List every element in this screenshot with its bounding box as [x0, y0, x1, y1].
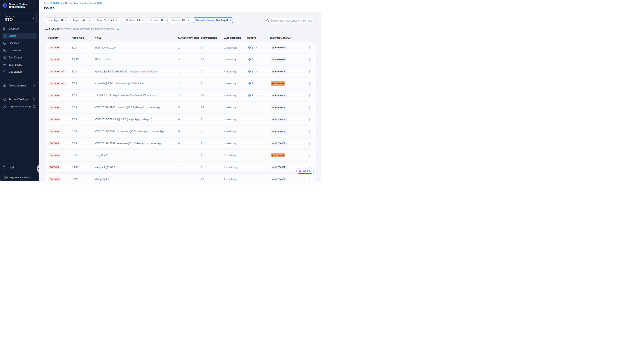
svg-text:?: ? — [4, 166, 5, 167]
